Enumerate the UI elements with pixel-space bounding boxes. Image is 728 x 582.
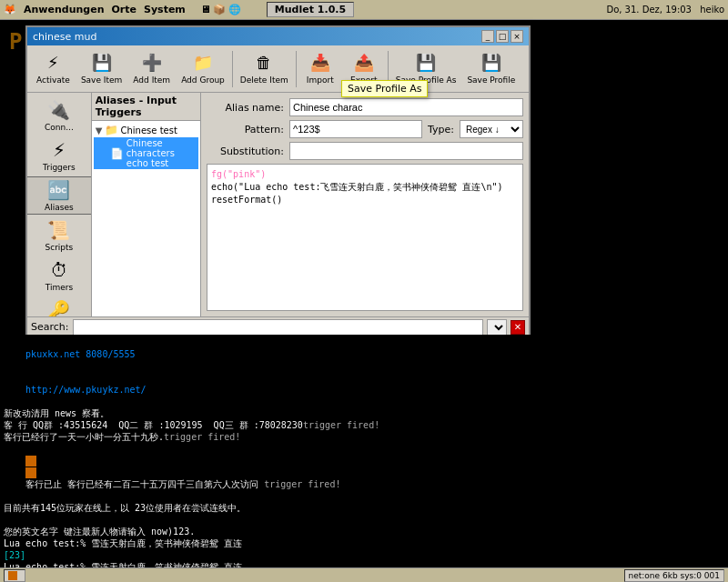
terminal-line-1: pkuxkx.net 8080/5555: [4, 336, 724, 372]
activate-button[interactable]: ⚡ Activate: [31, 47, 76, 89]
close-button[interactable]: ×: [511, 30, 523, 43]
sidebar-triggers-label: Triggers: [43, 163, 76, 172]
sidebar-item-connections[interactable]: 🔌 Conn...: [27, 96, 92, 135]
taskbar-right: Do, 31. Dez, 19:03 heiko: [606, 5, 724, 15]
search-clear-button[interactable]: ✕: [511, 320, 525, 335]
substitution-input[interactable]: [289, 142, 523, 160]
import-label: Import: [307, 75, 334, 85]
sidebar-item-keys[interactable]: 🔑 Keys: [27, 296, 92, 316]
save-item-button[interactable]: 💾 Save Item: [76, 47, 127, 89]
save-profile-label: Save Profile: [467, 75, 515, 85]
search-label: Search:: [31, 321, 69, 333]
add-group-button[interactable]: 📁 Add Group: [176, 47, 230, 89]
taskbar-icons: 🖥 📦 🌐: [200, 4, 241, 15]
right-panel: Alias name: Pattern: Type: Regex ↓ Subst…: [201, 93, 529, 316]
add-group-label: Add Group: [181, 75, 225, 85]
status-box-left: [4, 569, 25, 582]
terminal-line-blank: [4, 514, 724, 526]
add-item-button[interactable]: ➕ Add Item: [127, 47, 176, 89]
dialog-window: chinese mud _ □ × ⚡ Activate 💾 Save Item…: [25, 25, 531, 335]
type-label: Type:: [428, 124, 454, 135]
delete-item-icon: 🗑: [252, 50, 276, 74]
search-input[interactable]: [73, 319, 484, 336]
substitution-label: Substitution:: [207, 146, 284, 157]
code-editor[interactable]: fg("pink") echo("Lua echo test:飞雪连天射白鹿，笑…: [207, 164, 523, 311]
pattern-input[interactable]: [289, 120, 422, 138]
export-icon: 📤: [352, 50, 376, 74]
tree-item-echo-label: Chinese characters echo test: [126, 138, 197, 168]
dialog-titlebar: chinese mud _ □ ×: [27, 27, 529, 45]
add-group-icon: 📁: [191, 50, 215, 74]
terminal-line-5: 客行已经行了一天一小时一分五十九秒.trigger fired!: [4, 431, 724, 443]
save-profile-button[interactable]: 💾 Save Profile: [461, 47, 521, 89]
sidebar-item-timers[interactable]: ⏱ Timers: [27, 256, 92, 295]
status-square-indicator: [8, 571, 17, 580]
tree-leaf-icon: 📄: [110, 147, 124, 160]
activate-label: Activate: [36, 75, 70, 85]
terminal-line-8: 您的英文名字 键注最新人物请输入 now)123.: [4, 526, 724, 537]
import-icon: 📥: [308, 50, 332, 74]
status-square-1: [25, 456, 36, 467]
taskbar-item-system[interactable]: System: [144, 4, 186, 15]
tree-item-echo-test[interactable]: 📄 Chinese characters echo test: [94, 137, 198, 169]
taskbar-left: 🦊 Anwendungen Orte System 🖥 📦 🌐 Mudlet 1…: [4, 2, 354, 17]
scripts-icon: 📜: [47, 219, 70, 241]
add-item-icon: ➕: [140, 50, 164, 74]
tree-header: Aliases - Input Triggers: [92, 93, 200, 121]
app-icon-2[interactable]: 📦: [213, 4, 226, 15]
tree-item-label: Chinese test: [121, 125, 177, 135]
sidebar-item-aliases[interactable]: 🔤 Aliases: [27, 176, 92, 215]
toolbar-separator-2: [296, 51, 297, 87]
toolbar-separator-1: [232, 51, 233, 87]
sidebar-item-scripts[interactable]: 📜 Scripts: [27, 216, 92, 255]
tree-panel: Aliases - Input Triggers ▼ 📁 Chinese tes…: [92, 93, 201, 316]
status-box-right: net:one 6kb sys:0 001: [624, 569, 724, 582]
toolbar: ⚡ Activate 💾 Save Item ➕ Add Item 📁 Add …: [27, 45, 529, 93]
terminal-line-4: 客 行 QQ群 :43515624 QQ二 群 :1029195 QQ三 群 :…: [4, 419, 724, 431]
code-line-3: resetFormat(): [211, 195, 282, 205]
taskbar-item-orte[interactable]: Orte: [112, 4, 137, 15]
delete-item-button[interactable]: 🗑 Delete Item: [235, 47, 294, 89]
maximize-button[interactable]: □: [496, 30, 509, 43]
save-item-icon: 💾: [90, 50, 114, 74]
tree-item-chinese-test[interactable]: ▼ 📁 Chinese test: [94, 123, 198, 137]
sidebar: 🔌 Conn... ⚡ Triggers 🔤 Aliases 📜 Scripts…: [27, 93, 92, 316]
code-line-1: fg("pink"): [211, 169, 266, 179]
link-pkuxkx[interactable]: pkuxkx.net 8080/5555: [25, 349, 135, 359]
alias-name-row: Alias name:: [207, 98, 523, 116]
sidebar-timers-label: Timers: [46, 283, 73, 292]
code-line-2: echo("Lua echo test:飞雪连天射白鹿，笑书神侠倚碧鸳 直连\n…: [211, 182, 503, 192]
link-pkuykz[interactable]: http://www.pkuykz.net/: [25, 385, 146, 395]
status-square-2: [25, 467, 36, 478]
search-dropdown[interactable]: [487, 319, 507, 336]
alias-name-input[interactable]: [289, 98, 523, 116]
app-icon-3[interactable]: 🌐: [228, 4, 241, 15]
add-item-label: Add Item: [133, 75, 170, 85]
status-text: net:one 6kb sys:0 001: [629, 571, 720, 580]
alias-name-label: Alias name:: [207, 102, 284, 114]
pattern-label: Pattern:: [207, 124, 284, 135]
app-icon-1[interactable]: 🖥: [200, 4, 210, 15]
sidebar-scripts-label: Scripts: [46, 243, 74, 252]
triggers-icon: ⚡: [53, 139, 66, 161]
minimize-button[interactable]: _: [481, 30, 494, 43]
tooltip-text: Save Profile As: [348, 83, 421, 95]
search-bar: Search: ✕: [27, 316, 529, 336]
taskbar-item-anwendungen[interactable]: Anwendungen: [24, 4, 105, 15]
sidebar-item-triggers[interactable]: ⚡ Triggers: [27, 136, 92, 175]
save-profile-as-icon: 💾: [414, 50, 438, 74]
import-button[interactable]: 📥 Import: [298, 47, 342, 89]
terminal-line-9: Lua echo test:% 雪连天射白鹿，笑书神侠倚碧鸳 直连: [4, 537, 724, 549]
type-select[interactable]: Regex ↓ Substring Exact: [460, 120, 523, 138]
titlebar-buttons: _ □ ×: [481, 30, 523, 43]
terminal-line-7: 目前共有145位玩家在线上，以 23位使用者在尝试连线中。: [4, 502, 724, 514]
tooltip-save-profile-as: Save Profile As: [341, 80, 428, 97]
terminal-output[interactable]: pkuxkx.net 8080/5555 http://www.pkuykz.n…: [0, 335, 728, 582]
substitution-row: Substitution:: [207, 142, 523, 160]
aliases-icon: 🔤: [47, 179, 70, 201]
mudlet-taskbar-title[interactable]: Mudlet 1.0.5: [267, 2, 354, 17]
terminal-line-3: 新改动清用 news 察看。: [4, 407, 724, 419]
activate-icon: ⚡: [41, 50, 65, 74]
tree-content[interactable]: ▼ 📁 Chinese test 📄 Chinese characters ec…: [92, 121, 200, 316]
timers-icon: ⏱: [50, 259, 68, 281]
